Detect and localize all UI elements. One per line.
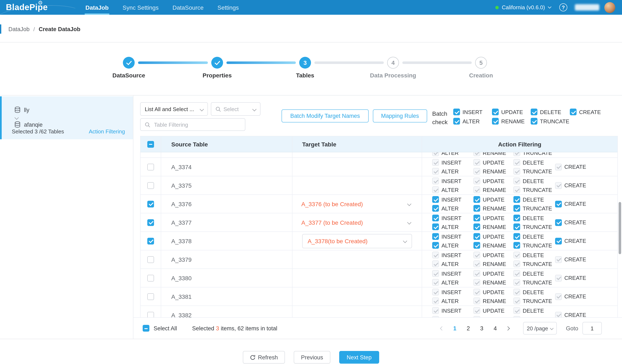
source-table-name: A_3378 — [171, 238, 192, 244]
selected-accent-bar — [0, 96, 2, 139]
row-checkbox[interactable] — [147, 275, 154, 281]
select-all-checkbox[interactable] — [143, 325, 149, 332]
row-checkbox[interactable] — [147, 256, 154, 263]
target-table-cell — [292, 158, 422, 176]
row-checkbox[interactable] — [147, 163, 154, 170]
row-checkbox[interactable] — [147, 182, 154, 189]
action-checkbox[interactable]: DELETE — [513, 232, 555, 241]
prev-page-button[interactable] — [436, 322, 448, 334]
chevron-down-icon[interactable] — [407, 220, 411, 225]
action-checkbox[interactable]: UPDATE — [473, 232, 513, 241]
database-icon — [14, 106, 21, 113]
action-checkbox: CREATE — [555, 181, 586, 190]
action-checkbox[interactable]: DELETE — [513, 195, 555, 204]
action-checkbox[interactable]: DELETE — [531, 108, 570, 116]
action-filtering-link[interactable]: Action Filtering — [89, 128, 125, 135]
row-checkbox[interactable] — [147, 201, 154, 207]
action-checkbox[interactable]: RENAME — [473, 223, 513, 231]
row-checkbox[interactable] — [147, 293, 154, 300]
action-checkbox[interactable]: TRUNCATE — [531, 117, 570, 125]
page-title: Create DataJob — [39, 26, 80, 32]
action-checkbox[interactable]: TRUNCATE — [513, 223, 555, 231]
step-circle-tables[interactable]: 3 — [299, 57, 311, 69]
nav-item-datasource[interactable]: DataSource — [172, 0, 205, 15]
page-button[interactable]: 2 — [462, 322, 474, 334]
region-selector[interactable]: California (v0.6.0) — [502, 4, 545, 11]
action-checkbox: CREATE — [555, 292, 586, 301]
row-checkbox[interactable] — [147, 238, 154, 244]
nav-item-datajob[interactable]: DataJob — [85, 0, 109, 15]
page-size-select[interactable]: 20 /page — [523, 322, 557, 335]
action-filtering-header: Action Filtering — [422, 136, 617, 152]
help-icon[interactable]: ? — [559, 3, 567, 11]
page-scrollbar[interactable] — [619, 202, 621, 254]
action-checkbox: RENAME — [473, 167, 513, 175]
chevron-down-icon[interactable] — [407, 202, 411, 206]
action-checkbox: TRUNCATE — [513, 167, 555, 175]
page-button[interactable]: 1 — [449, 322, 461, 334]
action-checkbox: TRUNCATE — [513, 260, 555, 268]
action-checkbox: UPDATE — [473, 306, 513, 315]
step-circle-data-processing[interactable]: 4 — [387, 57, 399, 69]
row-checkbox[interactable] — [147, 219, 154, 226]
refresh-button[interactable]: Refresh — [243, 351, 285, 364]
list-mode-select[interactable]: List All and Select ... — [140, 102, 208, 116]
action-checkbox[interactable]: TRUNCATE — [513, 204, 555, 212]
page-button[interactable]: 3 — [476, 322, 487, 334]
schema-select[interactable]: Select — [211, 102, 260, 116]
app-logo[interactable]: BladePipe ⚙ — [6, 0, 48, 15]
action-checkbox: CREATE — [555, 152, 586, 153]
page-button[interactable]: 4 — [489, 322, 501, 334]
next-step-button[interactable]: Next Step — [339, 351, 379, 364]
action-checkbox[interactable]: UPDATE — [473, 214, 513, 222]
action-checkbox[interactable]: RENAME — [473, 241, 513, 249]
source-table-name: A_3374 — [171, 163, 192, 170]
step-circle-datasource[interactable] — [123, 57, 135, 69]
select-page-checkbox[interactable] — [147, 141, 154, 148]
action-checkbox[interactable]: DELETE — [513, 214, 555, 222]
chevron-down-icon — [252, 107, 256, 111]
action-checkbox[interactable]: UPDATE — [473, 195, 513, 204]
action-checkbox: ALTER — [432, 278, 473, 287]
action-checkbox: ALTER — [432, 167, 473, 175]
action-checkbox[interactable]: ALTER — [453, 117, 492, 125]
batch-modify-target-names-button[interactable]: Batch Modify Target Names — [282, 109, 369, 122]
action-checkbox[interactable]: TRUNCATE — [513, 241, 555, 249]
source-schema-item[interactable]: lly — [14, 106, 29, 113]
target-table-name: A_3376 (to be Created) — [301, 201, 363, 207]
action-checkbox[interactable]: INSERT — [432, 214, 473, 222]
nav-item-settings[interactable]: Settings — [217, 0, 240, 15]
action-checkbox: INSERT — [432, 177, 473, 185]
goto-label: Goto — [566, 325, 578, 331]
breadcrumb-parent[interactable]: DataJob — [8, 26, 30, 32]
avatar[interactable] — [604, 2, 615, 13]
action-checkbox[interactable]: CREATE — [570, 108, 601, 116]
action-checkbox[interactable]: INSERT — [432, 195, 473, 204]
previous-button[interactable]: Previous — [294, 351, 330, 364]
goto-page-input[interactable] — [583, 322, 602, 335]
action-filtering-cell: INSERTALTERUPDATERENAMEDELETETRUNCATECRE… — [422, 176, 617, 194]
action-checkbox[interactable]: CREATE — [555, 200, 586, 208]
next-page-button[interactable] — [502, 322, 514, 334]
step-circle-creation[interactable]: 5 — [475, 57, 487, 69]
mapping-rules-button[interactable]: Mapping Rules — [373, 109, 427, 122]
action-checkbox[interactable]: RENAME — [492, 117, 531, 125]
chevron-down-icon — [403, 239, 407, 243]
action-checkbox[interactable]: UPDATE — [492, 108, 531, 116]
table-filter-input[interactable] — [140, 118, 245, 131]
action-checkbox[interactable]: ALTER — [432, 223, 473, 231]
action-checkbox[interactable]: ALTER — [432, 241, 473, 249]
action-checkbox[interactable]: CREATE — [555, 218, 586, 227]
action-checkbox[interactable]: INSERT — [453, 108, 492, 116]
nav-item-sync-settings[interactable]: Sync Settings — [122, 0, 159, 15]
action-checkbox[interactable]: INSERT — [432, 232, 473, 241]
action-checkbox[interactable]: ALTER — [432, 204, 473, 212]
step-circle-properties[interactable] — [211, 57, 223, 69]
chevron-down-icon — [15, 115, 19, 120]
target-table-select[interactable]: A_3378(to be Created) — [302, 234, 412, 248]
target-schema-item[interactable]: afanqie — [14, 121, 43, 128]
action-checkbox[interactable]: RENAME — [473, 204, 513, 212]
action-checkbox[interactable]: CREATE — [555, 237, 586, 245]
target-table-cell: A_3377 (to be Created) — [292, 213, 422, 231]
schema-selected-block[interactable]: lly afanqie Selected 3 /62 Tables Action… — [0, 96, 133, 139]
